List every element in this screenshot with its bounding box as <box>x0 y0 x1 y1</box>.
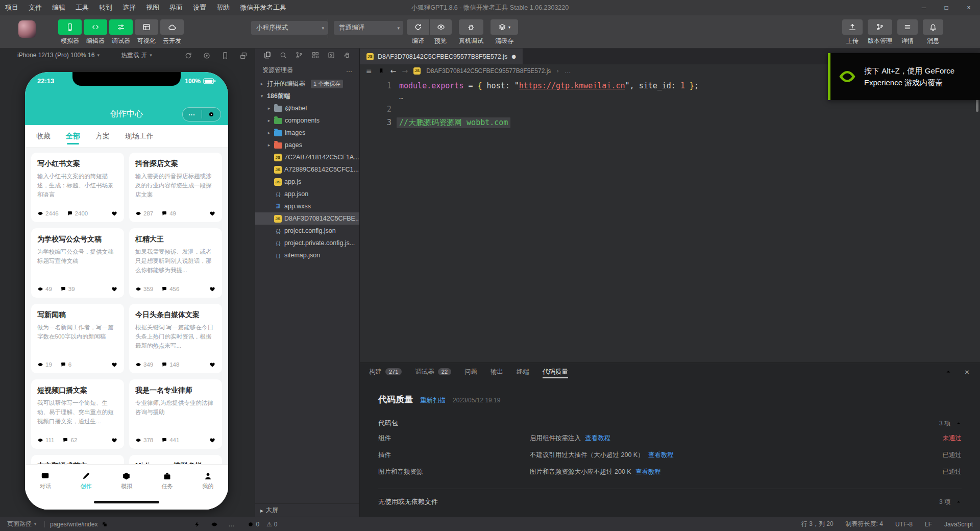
prompt-card[interactable]: 写小红书文案 输入小红书文案的的简短描述，生成：标题、小红书场景和语言 2446… <box>31 153 124 222</box>
tree-folder[interactable]: ▸ pages <box>255 139 359 151</box>
mode-select[interactable]: 小程序模式 ▾ <box>251 21 328 35</box>
language-mode[interactable]: JavaScript <box>944 521 973 528</box>
files-icon[interactable] <box>263 51 272 59</box>
tree-file[interactable]: JS 7C2AB7418142C5CF1A... <box>255 151 359 163</box>
collapse-panel-icon[interactable] <box>945 368 952 375</box>
menu-project[interactable]: 项目 <box>0 0 23 15</box>
encoding[interactable]: UTF-8 <box>895 521 913 528</box>
menu-settings[interactable]: 设置 <box>188 0 211 15</box>
tab-debugger[interactable]: 调试器 22 <box>415 363 451 380</box>
menu-help[interactable]: 帮助 <box>211 0 235 15</box>
menu-view[interactable]: 视图 <box>141 0 164 15</box>
tutorial-link[interactable]: 查看教程 <box>635 468 661 476</box>
tree-file[interactable]: {..} project.private.config.js... <box>255 237 359 249</box>
menu-interface[interactable]: 界面 <box>164 0 188 15</box>
tabbar-tasks[interactable]: 任务 <box>147 465 188 497</box>
prompt-card[interactable]: 今日头条自媒体文案 根据关键词 写一篇能够在今日头条上热门的实时资讯，根据最新的… <box>129 304 222 373</box>
tab-fieldwork[interactable]: 现场工作 <box>125 125 154 147</box>
breadcrumb-more[interactable]: … <box>565 67 571 75</box>
menu-file[interactable]: 文件 <box>23 0 47 15</box>
chevron-up-icon[interactable] <box>955 499 962 505</box>
tree-section-open-editors[interactable]: ▸ 打开的编辑器 1 个未保存 <box>255 78 359 90</box>
chevron-up-icon[interactable] <box>955 420 962 426</box>
tree-folder[interactable]: ▸ components <box>255 114 359 127</box>
heart-icon[interactable] <box>209 210 216 217</box>
breadcrumb-file[interactable]: D8AF3D708142C5CFBEC95577B8F5E572.js <box>426 67 551 75</box>
refresh-icon[interactable] <box>184 52 192 60</box>
copy-icon[interactable] <box>102 521 108 527</box>
tutorial-link[interactable]: 查看教程 <box>648 451 674 460</box>
message-button[interactable]: 消息 <box>923 19 943 45</box>
section-unused-files[interactable]: 无使用或无依赖文件 3 项 <box>378 489 962 506</box>
tab-code-quality[interactable]: 代码质量 <box>543 363 568 380</box>
tabbar-chat[interactable]: 对话 <box>25 465 66 497</box>
heart-icon[interactable] <box>111 361 118 368</box>
visualize-toggle-button[interactable]: 可视化 <box>135 19 158 45</box>
debugger-toggle-button[interactable]: 调试器 <box>109 19 133 45</box>
heart-icon[interactable] <box>111 210 118 217</box>
eol[interactable]: LF <box>925 521 932 528</box>
page-path-label[interactable]: 页面路径 <box>7 520 32 528</box>
problem-counts[interactable]: 0 ⚠ 0 <box>248 521 277 528</box>
tab-all[interactable]: 全部 <box>66 125 80 147</box>
simulator-toggle-button[interactable]: 模拟器 <box>58 19 82 45</box>
package-icon[interactable] <box>327 51 335 59</box>
menu-select[interactable]: 选择 <box>117 0 141 15</box>
git-branch-icon[interactable] <box>295 51 303 59</box>
tree-section-root[interactable]: ▾ 186前端 <box>255 90 359 102</box>
menu-goto[interactable]: 转到 <box>94 0 117 15</box>
tab-favorites[interactable]: 收藏 <box>36 125 51 147</box>
code-editor[interactable]: 1 module.exports = { host: "https://gtp.… <box>360 77 980 363</box>
tab-output[interactable]: 输出 <box>491 363 503 380</box>
tree-folder[interactable]: ▸ images <box>255 127 359 139</box>
record-icon[interactable] <box>203 52 211 60</box>
tab-size[interactable]: 制表符长度: 4 <box>846 520 883 528</box>
tab-plans[interactable]: 方案 <box>95 125 110 147</box>
tree-file[interactable]: {..} project.config.json <box>255 225 359 237</box>
page-path-value[interactable]: pages/write/index <box>50 521 97 528</box>
tab-problems[interactable]: 问题 <box>464 363 477 380</box>
tab-build[interactable]: 构建 271 <box>369 363 402 380</box>
version-control-button[interactable]: 版本管理 <box>868 19 892 45</box>
cursor-position[interactable]: 行 3，列 20 <box>801 520 834 528</box>
editor-toggle-button[interactable]: 编辑器 <box>84 19 107 45</box>
tab-terminal[interactable]: 终端 <box>517 363 529 380</box>
device-select[interactable]: iPhone 12/13 (Pro) 100% 16 <box>17 52 94 59</box>
compile-mode-select[interactable]: 普通编译 ▾ <box>334 21 403 35</box>
device-debug-button[interactable]: 真机调试 <box>459 19 483 45</box>
maximize-icon[interactable]: □ <box>935 0 958 15</box>
tree-file[interactable]: Ǝ app.wxss <box>255 200 359 212</box>
more-actions-icon[interactable]: … <box>346 66 352 74</box>
eye-icon[interactable] <box>211 521 218 528</box>
heart-icon[interactable] <box>111 285 118 293</box>
editor-tab[interactable]: JS D8AF3D708142C5CFBEC95577B8F5E572.js ● <box>360 49 523 64</box>
prompt-card[interactable]: 写新闻稿 做为一名新闻工作者，写一篇字数在500字以内的新闻稿 196 <box>31 304 124 373</box>
prompt-card[interactable]: 抖音探店文案 输入需要的抖音探店标题或涉及的行业内容帮您生成一段探店文案 287… <box>129 153 222 222</box>
unsaved-dot-icon[interactable]: ● <box>511 54 516 59</box>
tabbar-create[interactable]: 创作 <box>66 465 107 497</box>
upload-button[interactable]: 上传 <box>842 19 863 45</box>
detail-button[interactable]: 详情 <box>897 19 918 45</box>
close-icon[interactable]: × <box>958 0 980 15</box>
tree-file[interactable]: JS app.js <box>255 176 359 188</box>
prompt-card[interactable]: 杠精大王 如果我需要倾诉、发泄，或者只是想要听到别人说脏话，那么你都能够为我提.… <box>129 228 222 298</box>
tree-folder[interactable]: ▸ @babel <box>255 102 359 114</box>
extensions-icon[interactable] <box>311 51 320 59</box>
menu-tools[interactable]: 工具 <box>70 0 94 15</box>
nav-forward-icon[interactable]: → <box>402 67 408 75</box>
prompt-card[interactable]: 我是一名专业律师 专业律师,为您提供专业的法律咨询与援助 378441 <box>129 379 222 449</box>
flash-icon[interactable] <box>193 521 201 528</box>
hot-reload-toggle[interactable]: 热重载 开 ▾ <box>121 51 152 60</box>
prompt-card[interactable]: 短视频口播文案 我可以帮你写一个简短、生动、易于理解、突出重点的短视频口播文案，… <box>31 379 124 449</box>
rescan-link[interactable]: 重新扫描 <box>420 396 446 405</box>
tabbar-simulate[interactable]: 模拟 <box>106 465 147 497</box>
more-menu-button[interactable]: ••• <box>183 112 202 117</box>
heart-icon[interactable] <box>209 361 216 368</box>
menu-devtools[interactable]: 微信开发者工具 <box>235 0 291 15</box>
compile-button[interactable]: 编译 <box>407 19 429 45</box>
section-code-package[interactable]: 代码包 3 项 <box>378 419 962 428</box>
bookmark-icon[interactable] <box>378 67 385 75</box>
tabbar-me[interactable]: 我的 <box>187 465 228 497</box>
explorer-bottom-section[interactable]: ▸ 大屏 <box>255 503 359 517</box>
more-icon[interactable]: … <box>228 521 234 528</box>
